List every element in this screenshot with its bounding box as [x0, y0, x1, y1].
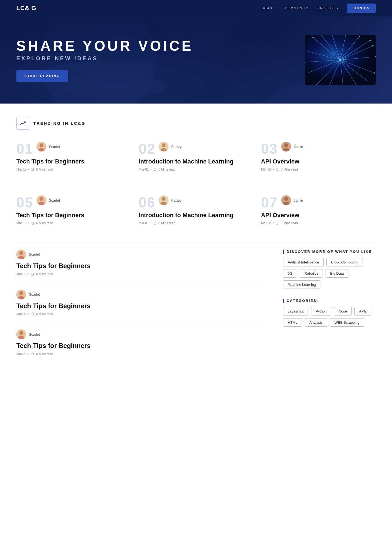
- trending-read-4: 6 Mins read: [36, 221, 53, 225]
- read-icon-5: 🗒: [153, 221, 157, 225]
- article-date-3: Mar 20: [16, 352, 26, 356]
- nav-link-about[interactable]: ABOUT: [263, 6, 276, 10]
- trending-author-6: Jamie: [281, 195, 303, 205]
- discover-tag-list: Artificial Intelligence Cloud Computing …: [283, 258, 376, 289]
- tag-bigdata[interactable]: Big Data: [326, 269, 348, 278]
- discover-section: DISCOVER MORE OF WHAT YOU LIKE Artificia…: [283, 250, 376, 289]
- avatar-1: [36, 142, 46, 151]
- read-icon-6: 🗒: [275, 221, 279, 225]
- trending-item-4-top: 05 Scarlet: [16, 195, 131, 210]
- meta-dot-1: •: [28, 168, 29, 171]
- trending-num-4: 05: [16, 195, 33, 210]
- hero-image: [305, 35, 376, 85]
- start-reading-button[interactable]: START READING: [16, 70, 68, 82]
- avatar-img-1: [36, 142, 46, 151]
- join-us-button[interactable]: JOIN US: [347, 4, 376, 13]
- nav-links: ABOUT COMMUNITY PROJECTS JOIN US: [263, 4, 376, 13]
- avatar-4: [36, 195, 46, 205]
- trending-header: TRENDING IN LC&G: [16, 117, 376, 130]
- site-logo: LC& G: [16, 5, 36, 12]
- content-area: Scarlet Tech Tips for Beginners Mar 16 •…: [0, 243, 392, 379]
- trending-read-5: 6 Mins read: [158, 221, 176, 225]
- trending-author-4: Scarlet: [36, 195, 60, 205]
- tag-js[interactable]: Javascript: [283, 307, 308, 316]
- article-title-2: Tech Tips for Beginners: [16, 302, 267, 310]
- hero-fiber-art: [305, 35, 376, 85]
- trending-section: TRENDING IN LC&G 01 Scarlet Tech Tips fo…: [0, 104, 392, 243]
- article-meta-2: Mar 06 • 🗒 6 Mins read: [16, 312, 267, 316]
- tag-apis[interactable]: APIs: [354, 307, 371, 316]
- article-read-icon-3: 🗒: [31, 352, 35, 356]
- tag-webscrapping[interactable]: WEB Scrapping: [330, 318, 364, 327]
- trending-num-2: 02: [139, 142, 155, 156]
- article-avatar-3: [16, 329, 26, 339]
- article-read-2: 6 Mins read: [36, 312, 53, 316]
- read-icon-4: 🗒: [31, 221, 35, 225]
- trending-item-5-top: 06 Partey: [139, 195, 253, 210]
- article-meta-1: Mar 16 • 🗒 6 Mins read: [16, 272, 267, 276]
- trending-section-title: TRENDING IN LC&G: [33, 121, 85, 126]
- trending-item-5[interactable]: 06 Partey Introduction to Machine Learni…: [139, 191, 253, 234]
- svg-rect-31: [20, 120, 26, 126]
- tag-ml[interactable]: Machine Learning: [283, 280, 320, 289]
- svg-point-26: [374, 72, 375, 74]
- trending-meta-2: Mar 01 • 🗒 6 Mins read: [139, 167, 253, 171]
- trending-read-6: 6 Mins read: [281, 221, 298, 225]
- article-author-name-2: Scarlet: [29, 292, 40, 296]
- trending-date-3: Mar 08: [261, 168, 271, 171]
- trending-article-title-6: API Overview: [261, 212, 376, 219]
- tag-ai[interactable]: Artificial Intelligence: [283, 258, 324, 266]
- article-entry-1[interactable]: Scarlet Tech Tips for Beginners Mar 16 •…: [16, 243, 267, 283]
- svg-point-33: [39, 143, 43, 147]
- article-avatar-2: [16, 290, 26, 299]
- svg-point-45: [162, 197, 166, 201]
- tag-python[interactable]: Python: [311, 307, 331, 316]
- avatar-3: [281, 142, 291, 151]
- trending-date-2: Mar 01: [139, 168, 149, 171]
- nav-link-projects[interactable]: PROJECTS: [317, 6, 338, 10]
- article-title-1: Tech Tips for Beginners: [16, 262, 267, 270]
- svg-point-39: [284, 143, 288, 147]
- trending-article-title-1: Tech Tips for Beginners: [16, 158, 131, 165]
- tag-html[interactable]: HTML: [283, 318, 302, 327]
- trending-meta-4: Mar 16 • 🗒 6 Mins read: [16, 221, 131, 225]
- article-list: Scarlet Tech Tips for Beginners Mar 16 •…: [16, 243, 267, 363]
- trending-item-2[interactable]: 02 Partey Introduction to Machine Learni…: [139, 137, 253, 180]
- author-name-4: Scarlet: [49, 198, 60, 202]
- trending-author-1: Scarlet: [36, 142, 60, 151]
- article-date-1: Mar 16: [16, 272, 26, 276]
- article-author-3: Scarlet: [16, 329, 267, 339]
- read-icon-1: 🗒: [31, 167, 35, 171]
- article-read-3: 6 Mins read: [36, 352, 53, 356]
- article-read-icon-2: 🗒: [31, 312, 35, 316]
- author-name-6: Jamie: [294, 198, 303, 202]
- trending-item-4[interactable]: 05 Scarlet Tech Tips for Beginners Mar 1…: [16, 191, 131, 234]
- trending-date-4: Mar 16: [16, 221, 26, 225]
- svg-point-51: [19, 251, 23, 255]
- tag-node[interactable]: Node: [334, 307, 352, 316]
- article-author-1: Scarlet: [16, 250, 267, 259]
- tag-analysis[interactable]: Analysis: [305, 318, 327, 327]
- trending-meta-6: Mar 08 • 🗒 6 Mins read: [261, 221, 376, 225]
- avatar-5: [159, 195, 169, 205]
- trending-author-5: Partey: [159, 195, 182, 205]
- article-author-name-3: Scarlet: [29, 332, 40, 336]
- svg-point-48: [284, 197, 288, 201]
- article-entry-3[interactable]: Scarlet Tech Tips for Beginners Mar 20 •…: [16, 323, 267, 363]
- sidebar: DISCOVER MORE OF WHAT YOU LIKE Artificia…: [283, 243, 376, 363]
- svg-point-54: [19, 291, 23, 295]
- trending-item-6[interactable]: 07 Jamie API Overview Mar 08 • 🗒 6 Mins …: [261, 191, 376, 234]
- trending-item-1[interactable]: 01 Scarlet Tech Tips for Beginners Mar 1…: [16, 137, 131, 180]
- meta-dot-6: •: [273, 221, 274, 225]
- tag-robotics[interactable]: Robotics: [300, 269, 323, 278]
- svg-point-22: [370, 40, 371, 41]
- trending-date-1: Mar 16: [16, 168, 26, 171]
- nav-link-community[interactable]: COMMUNITY: [285, 6, 309, 10]
- tag-cloud[interactable]: Cloud Computing: [326, 258, 363, 266]
- trending-item-3[interactable]: 03 Jamie API Overview Mar 08 • 🗒 6 Mins …: [261, 137, 376, 180]
- tag-5g[interactable]: 5G: [283, 269, 297, 278]
- meta-dot-2: •: [151, 168, 152, 171]
- article-entry-2[interactable]: Scarlet Tech Tips for Beginners Mar 06 •…: [16, 283, 267, 323]
- read-icon-2: 🗒: [153, 167, 157, 171]
- trending-read-3: 6 Mins read: [281, 168, 298, 171]
